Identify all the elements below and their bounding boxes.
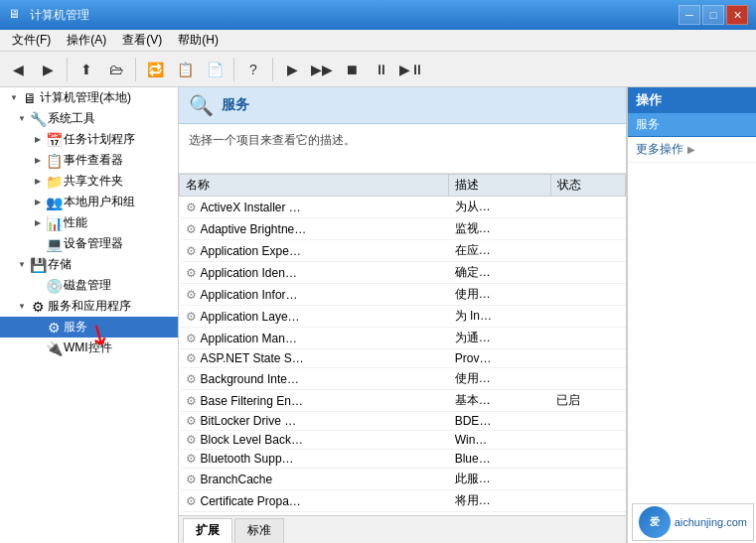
toolbar-sep-4 — [272, 58, 273, 81]
storage-label: 存储 — [48, 256, 72, 273]
expand-arrow-svcapps: ▼ — [14, 299, 30, 315]
perf-label: 性能 — [64, 214, 87, 231]
service-desc: 在应… — [449, 240, 551, 262]
service-gear-icon: ⚙ — [186, 414, 197, 428]
maximize-button[interactable]: □ — [702, 5, 724, 25]
up-button[interactable]: ⬆ — [73, 56, 100, 83]
table-row[interactable]: ⚙Background Inte…使用… — [180, 368, 626, 390]
description-text: 选择一个项目来查看它的描述。 — [189, 133, 356, 147]
service-gear-icon: ⚙ — [186, 266, 197, 280]
menu-file[interactable]: 文件(F) — [4, 30, 59, 51]
table-row[interactable]: ⚙BitLocker Drive …BDE… — [180, 412, 626, 431]
minimize-button[interactable]: ─ — [679, 5, 700, 25]
menu-view[interactable]: 查看(V) — [114, 30, 170, 51]
service-desc: BDE… — [449, 412, 551, 431]
service-gear-icon: ⚙ — [186, 222, 197, 236]
table-row[interactable]: ⚙Application Infor…使用… — [180, 284, 626, 306]
expand-arrow-users: ▶ — [30, 195, 46, 210]
sidebar-item-services-apps[interactable]: ▼ ⚙ 服务和应用程序 — [0, 296, 178, 317]
title-bar-left: 🖥 计算机管理 — [8, 7, 89, 24]
sidebar-item-event-viewer[interactable]: ▶ 📋 事件查看器 — [0, 150, 178, 171]
service-desc: 使用… — [449, 284, 551, 306]
table-row[interactable]: ⚙Adaptive Brightne…监视… — [180, 218, 626, 240]
menu-help[interactable]: 帮助(H) — [170, 30, 227, 51]
sidebar-item-services[interactable]: ⚙ 服务 — [0, 317, 178, 338]
svcapps-label: 服务和应用程序 — [48, 298, 131, 315]
content-tabs: 扩展 标准 — [179, 515, 626, 543]
col-name[interactable]: 名称 — [180, 175, 449, 197]
table-row[interactable]: ⚙ASP.NET State S…Prov… — [180, 349, 626, 368]
event-icon: 📋 — [46, 153, 62, 169]
root-icon: 🖥 — [22, 90, 38, 106]
resume-button[interactable]: ▶⏸ — [397, 56, 425, 83]
content-header: 🔍 服务 — [179, 87, 626, 124]
service-status — [550, 218, 625, 240]
service-name: ⚙Adaptive Brightne… — [180, 218, 449, 240]
properties-button[interactable]: 📄 — [201, 56, 228, 83]
service-status — [550, 262, 625, 284]
sidebar-item-root[interactable]: ▼ 🖥 计算机管理(本地) — [0, 87, 178, 108]
system-tools-label: 系统工具 — [48, 110, 95, 127]
sidebar-item-device-manager[interactable]: 💻 设备管理器 — [0, 233, 178, 254]
device-label: 设备管理器 — [64, 235, 123, 252]
table-row[interactable]: ⚙BranchCache此服… — [180, 469, 626, 490]
table-row[interactable]: ⚙Application Iden…确定… — [180, 262, 626, 284]
table-row[interactable]: ⚙ActiveX Installer …为从… — [180, 197, 626, 218]
pause-button[interactable]: ⏸ — [368, 56, 395, 83]
expand-arrow-disk — [30, 278, 46, 294]
service-status — [550, 197, 625, 218]
menu-action[interactable]: 操作(A) — [59, 30, 114, 51]
col-status[interactable]: 状态 — [550, 175, 625, 197]
services-list[interactable]: 名称 描述 状态 ⚙ActiveX Installer …为从…⚙Adaptiv… — [179, 174, 626, 515]
forward-button[interactable]: ▶ — [34, 56, 62, 83]
table-row[interactable]: ⚙Application Man…为通… — [180, 328, 626, 349]
table-row[interactable]: ⚙Base Filtering En…基本…已启 — [180, 390, 626, 412]
refresh-button[interactable]: 🔁 — [141, 56, 169, 83]
device-icon: 💻 — [46, 236, 62, 252]
sidebar-item-storage[interactable]: ▼ 💾 存储 — [0, 254, 178, 275]
service-gear-icon: ⚙ — [186, 494, 197, 508]
sidebar-item-task-scheduler[interactable]: ▶ 📅 任务计划程序 — [0, 129, 178, 150]
col-desc[interactable]: 描述 — [449, 175, 551, 197]
table-row[interactable]: ⚙Block Level Back…Win… — [180, 431, 626, 450]
service-desc: 确定… — [449, 262, 551, 284]
menu-bar: 文件(F) 操作(A) 查看(V) 帮助(H) — [0, 30, 756, 52]
sidebar-item-system-tools[interactable]: ▼ 🔧 系统工具 — [0, 108, 178, 129]
table-row[interactable]: ⚙Certificate Propa…将用… — [180, 490, 626, 512]
stop-button[interactable]: ⏹ — [338, 56, 366, 83]
service-desc: 为 In… — [449, 306, 551, 328]
sidebar-item-local-users[interactable]: ▶ 👥 本地用户和组 — [0, 192, 178, 212]
service-name: ⚙BranchCache — [180, 469, 449, 490]
expand-arrow-wmi — [30, 340, 46, 356]
sidebar-item-performance[interactable]: ▶ 📊 性能 — [0, 212, 178, 233]
help-button[interactable]: ? — [239, 56, 267, 83]
sidebar-item-shared-folders[interactable]: ▶ 📁 共享文件夹 — [0, 171, 178, 192]
service-name: ⚙ActiveX Installer … — [180, 197, 449, 218]
service-status — [550, 412, 625, 431]
table-row[interactable]: ⚙Application Expe…在应… — [180, 240, 626, 262]
back-button[interactable]: ◀ — [4, 56, 32, 83]
window-icon: 🖥 — [8, 7, 24, 23]
actions-item-more[interactable]: 更多操作 ▶ — [628, 137, 756, 163]
play-all-button[interactable]: ▶▶ — [308, 56, 336, 83]
table-row[interactable]: ⚙Bluetooth Supp…Blue… — [180, 450, 626, 469]
table-row[interactable]: ⚙Application Laye…为 In… — [180, 306, 626, 328]
service-gear-icon: ⚙ — [186, 288, 197, 302]
tab-standard[interactable]: 标准 — [234, 518, 284, 543]
perf-icon: 📊 — [46, 215, 62, 231]
play-button[interactable]: ▶ — [278, 56, 306, 83]
close-button[interactable]: ✕ — [726, 5, 748, 25]
service-desc: 将用… — [449, 490, 551, 512]
service-name: ⚙BitLocker Drive … — [180, 412, 449, 431]
service-status: 已启 — [550, 390, 625, 412]
service-name: ⚙Application Iden… — [180, 262, 449, 284]
service-status — [550, 469, 625, 490]
sidebar-item-wmi[interactable]: 🔌 WMI控件 — [0, 338, 178, 358]
shared-icon: 📁 — [46, 174, 62, 190]
tab-extend[interactable]: 扩展 — [183, 518, 232, 543]
sidebar-item-disk-mgmt[interactable]: 💿 磁盘管理 — [0, 275, 178, 296]
export-button[interactable]: 📋 — [171, 56, 199, 83]
show-hide-button[interactable]: 🗁 — [102, 56, 130, 83]
expand-arrow-root: ▼ — [6, 90, 22, 106]
title-bar: 🖥 计算机管理 ─ □ ✕ — [0, 0, 756, 30]
